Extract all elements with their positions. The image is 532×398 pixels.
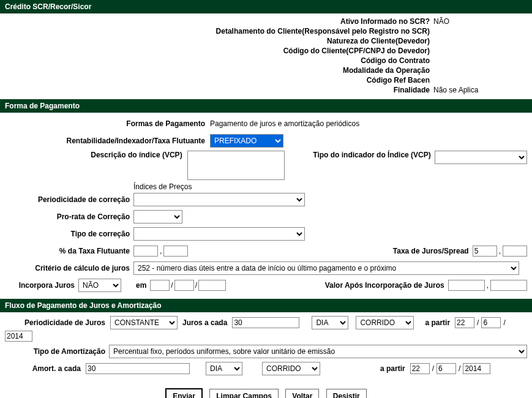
criterio-label: Critério de cálculo de juros bbox=[5, 264, 133, 272]
tipo-amort-label: Tipo de Amortização bbox=[5, 347, 109, 356]
apartir2-month-input[interactable] bbox=[436, 363, 456, 374]
periodicidade-juros-label: Periodicidade de Juros bbox=[5, 318, 109, 327]
amort-cada-label: Amort. a cada bbox=[5, 364, 84, 373]
em-month-input[interactable] bbox=[174, 280, 194, 291]
tipo-indicador-select[interactable] bbox=[435, 151, 527, 164]
formas-pagamento-value: Pagamento de juros e amortização periódi… bbox=[210, 119, 527, 128]
slash-separator: / bbox=[170, 281, 174, 290]
formas-pagamento-label: Formas de Pagamento bbox=[5, 119, 210, 128]
scr-content: Ativo Informado no SCR?NÃO Detalhamento … bbox=[0, 13, 532, 99]
voltar-button[interactable]: Voltar bbox=[285, 389, 319, 398]
button-bar: Enviar Limpar Campos Voltar Desistir bbox=[0, 382, 532, 398]
slash-separator: / bbox=[502, 318, 506, 327]
periodicidade-juros-select[interactable]: CONSTANTE bbox=[110, 316, 178, 329]
rentabilidade-select[interactable]: PREFIXADO bbox=[210, 134, 283, 148]
periodicidade-correcao-label: Periodicidade de correção bbox=[5, 195, 133, 204]
tipo-correcao-label: Tipo de correção bbox=[5, 230, 133, 238]
comma-separator: , bbox=[485, 281, 490, 290]
scr-label: Ativo Informado no SCR? bbox=[5, 17, 433, 26]
limpar-button[interactable]: Limpar Campos bbox=[209, 389, 279, 398]
scr-label: Código Ref Bacen bbox=[5, 76, 433, 84]
slash-separator: / bbox=[431, 364, 435, 373]
scr-value: Não se Aplica bbox=[433, 86, 478, 94]
pct-taxa-int-input[interactable] bbox=[133, 246, 158, 257]
em-label: em bbox=[132, 281, 150, 290]
incorpora-label: Incorpora Juros bbox=[5, 281, 78, 290]
juros-cada-input[interactable] bbox=[232, 317, 299, 328]
scr-label: Modalidade da Operação bbox=[5, 66, 433, 75]
pagamento-section-header: Forma de Pagamento bbox=[0, 99, 532, 113]
periodicidade-correcao-select[interactable] bbox=[133, 193, 305, 206]
pct-taxa-label: % da Taxa Flutuante bbox=[5, 247, 133, 255]
scr-value: NÃO bbox=[433, 17, 449, 26]
valor-apos-dec-input[interactable] bbox=[490, 280, 527, 291]
apartir-month-input[interactable] bbox=[481, 317, 501, 328]
scr-label: Finalidade bbox=[5, 86, 433, 94]
tipo-amort-select[interactable]: Percentual fixo, períodos uniformes, sob… bbox=[109, 345, 527, 358]
apartir-label: a partir bbox=[421, 318, 454, 327]
juros-tipo-select[interactable]: CORRIDO bbox=[356, 316, 414, 329]
apartir-day-input[interactable] bbox=[455, 317, 474, 328]
comma-separator: , bbox=[158, 247, 163, 255]
enviar-button[interactable]: Enviar bbox=[165, 388, 203, 398]
pct-taxa-dec-input[interactable] bbox=[163, 246, 188, 257]
scr-label: Natureza do Cliente(Devedor) bbox=[5, 37, 433, 45]
descricao-indice-textarea[interactable] bbox=[187, 151, 285, 180]
taxa-juros-label: Taxa de Juros/Spread bbox=[389, 247, 473, 255]
apartir2-day-input[interactable] bbox=[410, 363, 430, 374]
em-day-input[interactable] bbox=[150, 280, 170, 291]
indices-precos-label: Índices de Preços bbox=[133, 182, 527, 191]
tipo-indicador-label: Tipo do indicador do Índice (VCP) bbox=[309, 151, 434, 159]
prorata-label: Pro-rata de Correção bbox=[5, 212, 133, 221]
apartir2-label: a partir bbox=[377, 364, 409, 373]
fluxo-content: Periodicidade de Juros CONSTANTE Juros a… bbox=[0, 312, 532, 382]
rentabilidade-label: Rentabilidade/Indexador/Taxa Flutuante bbox=[5, 137, 210, 145]
criterio-select[interactable]: 252 - número dias úteis entre a data de … bbox=[133, 261, 519, 275]
apartir-year-input[interactable] bbox=[5, 331, 32, 342]
scr-label: Código do Cliente(CPF/CNPJ do Devedor) bbox=[5, 47, 433, 55]
fluxo-section-header: Fluxo de Pagamento de Juros e Amortizaçã… bbox=[0, 299, 532, 312]
pagamento-content: Formas de Pagamento Pagamento de juros e… bbox=[0, 113, 532, 299]
slash-separator: / bbox=[476, 318, 480, 327]
tipo-correcao-select[interactable] bbox=[133, 227, 305, 241]
apartir2-year-input[interactable] bbox=[463, 363, 490, 374]
valor-apos-int-input[interactable] bbox=[448, 280, 485, 291]
comma-separator: , bbox=[497, 247, 503, 255]
em-year-input[interactable] bbox=[198, 280, 226, 291]
descricao-indice-label: Descrição do índice (VCP) bbox=[5, 151, 187, 159]
incorpora-select[interactable]: NÃO bbox=[78, 279, 121, 292]
valor-apos-label: Valor Após Incorporação de Juros bbox=[321, 281, 448, 290]
desistir-button[interactable]: Desistir bbox=[326, 389, 367, 398]
juros-unidade-select[interactable]: DIA bbox=[312, 316, 348, 329]
scr-section-header: Crédito SCR/Recor/Sicor bbox=[0, 0, 532, 13]
amort-cada-input[interactable] bbox=[86, 363, 190, 374]
scr-label: Código do Contrato bbox=[5, 56, 433, 65]
prorata-select[interactable] bbox=[133, 210, 182, 223]
scr-label: Detalhamento do Cliente(Responsável pelo… bbox=[5, 27, 433, 36]
juros-cada-label: Juros a cada bbox=[179, 318, 231, 327]
amort-tipo-select[interactable]: CORRIDO bbox=[262, 362, 320, 375]
amort-unidade-select[interactable]: DIA bbox=[206, 362, 242, 375]
slash-separator: / bbox=[194, 281, 198, 290]
slash-separator: / bbox=[457, 364, 462, 373]
taxa-juros-dec-input[interactable] bbox=[503, 246, 527, 257]
taxa-juros-int-input[interactable] bbox=[473, 246, 497, 257]
